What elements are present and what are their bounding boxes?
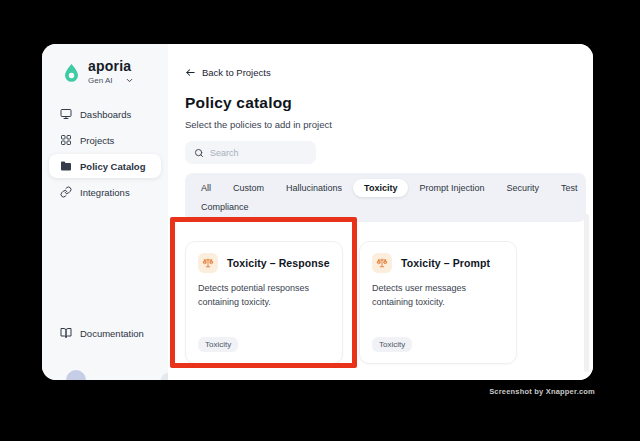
policy-cards: Toxicity – Response Detects potential re… <box>185 241 593 364</box>
sidebar: aporia Gen AI Dashboards Projects <box>42 44 168 380</box>
sidebar-item-label: Documentation <box>80 328 144 339</box>
tab-toxicity[interactable]: Toxicity <box>353 179 408 197</box>
sidebar-item-policy-catalog[interactable]: Policy Catalog <box>49 154 161 178</box>
sidebar-item-label: Dashboards <box>80 109 131 120</box>
page-subtitle: Select the policies to add in project <box>185 119 593 130</box>
brand-block[interactable]: aporia Gen AI <box>42 59 168 85</box>
search-input[interactable] <box>210 148 307 158</box>
workspace-name: Gen AI <box>88 76 112 85</box>
scales-icon <box>198 253 218 273</box>
tab-compliance[interactable]: Compliance <box>190 198 260 216</box>
sidebar-item-dashboards[interactable]: Dashboards <box>49 102 161 126</box>
card-description: Detects potential responses containing t… <box>198 282 330 309</box>
page-title: Policy catalog <box>185 94 593 112</box>
sidebar-item-integrations[interactable]: Integrations <box>49 180 161 204</box>
scales-icon <box>372 253 392 273</box>
card-title: Toxicity – Response <box>227 257 330 269</box>
search-box[interactable] <box>185 141 316 164</box>
sidebar-menu: Dashboards Projects Policy Catalog Integ… <box>42 101 168 205</box>
brand-name: aporia <box>88 59 134 74</box>
avatar[interactable] <box>66 370 86 380</box>
tab-prompt-injection[interactable]: Prompt Injection <box>408 179 495 197</box>
watermark-text: Screenshot by Xnapper.com <box>489 387 595 396</box>
card-description: Detects user messages containing toxicit… <box>372 282 504 309</box>
sidebar-item-label: Integrations <box>80 187 130 198</box>
card-title: Toxicity – Prompt <box>401 257 490 269</box>
folder-icon <box>60 160 72 172</box>
sidebar-item-projects[interactable]: Projects <box>49 128 161 152</box>
tab-test[interactable]: Test <box>550 179 589 197</box>
app-window: aporia Gen AI Dashboards Projects <box>42 44 593 380</box>
scrollbar[interactable] <box>584 214 589 372</box>
back-link-label: Back to Projects <box>202 67 271 78</box>
policy-card-toxicity-prompt[interactable]: Toxicity – Prompt Detects user messages … <box>359 241 517 364</box>
sidebar-item-label: Policy Catalog <box>80 161 145 172</box>
screenshot-background: aporia Gen AI Dashboards Projects <box>0 0 640 441</box>
link-icon <box>60 186 72 198</box>
grid-icon <box>60 134 72 146</box>
monitor-icon <box>60 108 72 120</box>
card-tag-toxicity: Toxicity <box>372 337 412 352</box>
tab-all[interactable]: All <box>190 179 222 197</box>
tab-topics[interactable]: Topics <box>588 179 593 197</box>
tab-hallucinations[interactable]: Hallucinations <box>275 179 353 197</box>
back-to-projects-link[interactable]: Back to Projects <box>185 67 271 78</box>
aporia-logo-icon <box>61 61 82 85</box>
sidebar-item-documentation[interactable]: Documentation <box>49 321 161 345</box>
tab-custom[interactable]: Custom <box>222 179 275 197</box>
chevron-down-icon[interactable] <box>125 76 134 85</box>
sidebar-item-label: Projects <box>80 135 114 146</box>
policy-category-tabs: All Custom Hallucinations Toxicity Promp… <box>185 173 586 222</box>
arrow-left-icon <box>185 67 196 78</box>
search-icon <box>194 148 204 158</box>
main-content: Back to Projects Policy catalog Select t… <box>168 44 593 380</box>
policy-card-toxicity-response[interactable]: Toxicity – Response Detects potential re… <box>185 241 343 364</box>
tab-security[interactable]: Security <box>495 179 550 197</box>
book-icon <box>60 327 72 339</box>
card-tag-toxicity: Toxicity <box>198 337 238 352</box>
